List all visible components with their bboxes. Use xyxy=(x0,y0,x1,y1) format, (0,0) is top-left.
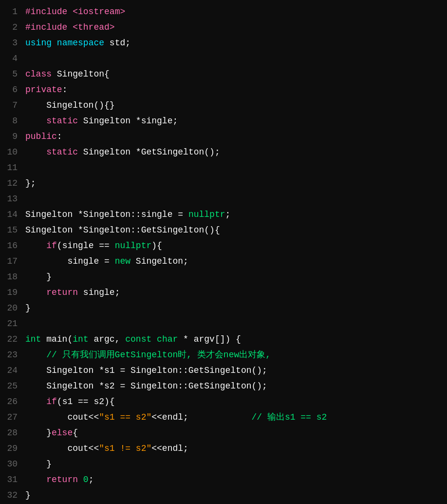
code-line: #include <iostream> xyxy=(25,4,439,19)
line-number: 5 xyxy=(0,66,18,82)
line-number: 2 xyxy=(0,19,18,35)
line-number: 31 xyxy=(0,472,18,487)
code-line: public: xyxy=(25,129,439,144)
line-number: 7 xyxy=(0,97,18,113)
code-line: static Singelton *single; xyxy=(25,113,439,129)
code-line: } xyxy=(25,456,439,472)
line-number: 9 xyxy=(0,129,18,144)
line-number: 6 xyxy=(0,82,18,97)
line-number: 25 xyxy=(0,378,18,394)
code-line: int main(int argc, const char * argv[]) … xyxy=(25,331,439,347)
code-line: } xyxy=(25,269,439,285)
line-number: 11 xyxy=(0,160,18,175)
code-line: Singelton(){} xyxy=(25,97,439,113)
line-number: 20 xyxy=(0,300,18,316)
code-line: return single; xyxy=(25,285,439,300)
code-line: if(single == nullptr){ xyxy=(25,238,439,253)
line-number: 32 xyxy=(0,487,18,503)
code-line: Singelton *s1 = Singelton::GetSingelton(… xyxy=(25,363,439,378)
code-line: // 只有我们调用GetSingelton时, 类才会new出对象, xyxy=(25,347,439,363)
code-line: #include <thread> xyxy=(25,19,439,35)
line-number: 16 xyxy=(0,238,18,253)
line-number: 29 xyxy=(0,441,18,456)
line-number: 22 xyxy=(0,331,18,347)
code-line: private: xyxy=(25,82,439,97)
line-number: 8 xyxy=(0,113,18,129)
code-line: }else{ xyxy=(25,425,439,441)
line-number: 18 xyxy=(0,269,18,285)
code-content: #include <iostream>#include <thread>usin… xyxy=(25,4,447,503)
line-number: 28 xyxy=(0,425,18,441)
code-viewer: 1234567891011121314151617181920212223242… xyxy=(0,0,447,504)
code-line: Singelton *Singelton::single = nullptr; xyxy=(25,207,439,222)
code-line: static Singelton *GetSingelton(); xyxy=(25,144,439,160)
line-number: 4 xyxy=(0,51,18,66)
code-line: } xyxy=(25,487,439,503)
code-line: if(s1 == s2){ xyxy=(25,394,439,409)
line-number: 14 xyxy=(0,207,18,222)
code-line: single = new Singelton; xyxy=(25,253,439,269)
line-number: 15 xyxy=(0,222,18,238)
line-number: 23 xyxy=(0,347,18,363)
line-number: 10 xyxy=(0,144,18,160)
line-number: 26 xyxy=(0,394,18,409)
code-line: cout<<"s1 == s2"<<endl; // 输出s1 == s2 xyxy=(25,409,439,425)
line-number: 1 xyxy=(0,4,18,19)
line-number: 19 xyxy=(0,285,18,300)
code-line: } xyxy=(25,300,439,316)
code-line xyxy=(25,191,439,207)
code-line: }; xyxy=(25,175,439,191)
line-number: 27 xyxy=(0,409,18,425)
code-line: using namespace std; xyxy=(25,35,439,51)
line-number: 17 xyxy=(0,253,18,269)
line-number: 30 xyxy=(0,456,18,472)
code-line xyxy=(25,160,439,175)
code-line xyxy=(25,316,439,331)
code-line: cout<<"s1 != s2"<<endl; xyxy=(25,441,439,456)
line-number-column: 1234567891011121314151617181920212223242… xyxy=(0,4,25,503)
line-number: 24 xyxy=(0,363,18,378)
code-line xyxy=(25,51,439,66)
line-number: 21 xyxy=(0,316,18,331)
code-line: return 0; xyxy=(25,472,439,487)
code-line: class Singelton{ xyxy=(25,66,439,82)
code-line: Singelton *Singelton::GetSingelton(){ xyxy=(25,222,439,238)
line-number: 13 xyxy=(0,191,18,207)
line-number: 12 xyxy=(0,175,18,191)
code-line: Singelton *s2 = Singelton::GetSingelton(… xyxy=(25,378,439,394)
line-number: 3 xyxy=(0,35,18,51)
